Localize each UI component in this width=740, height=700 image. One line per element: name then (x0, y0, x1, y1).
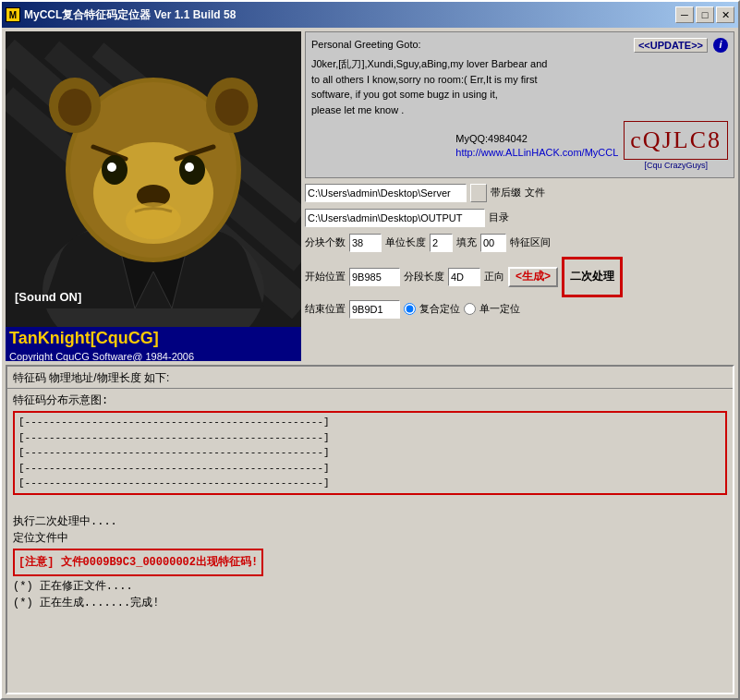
path1-row: 带后缀 文件 (305, 182, 734, 204)
output-header: 特征码 物理地址/物理长度 如下: (7, 367, 733, 389)
logo-graphic: cQJLC8 (624, 121, 728, 160)
dash-line-5: [---------------------------------------… (18, 476, 722, 491)
generate-button[interactable]: <生成> (508, 267, 558, 287)
dash-line-2: [---------------------------------------… (18, 430, 722, 446)
title-bar: M MyCCL复合特征码定位器 Ver 1.1 Build 58 ─ □ ✕ (2, 2, 738, 28)
end-pos-input[interactable] (349, 300, 400, 319)
fill-label: 填充 (456, 235, 477, 249)
bear-image: [Sound ON] (6, 31, 301, 327)
radio-composite[interactable] (404, 303, 416, 315)
update-button[interactable]: <<UPDATE>> (634, 38, 708, 53)
greeting-text: J0ker,[乱刀],Xundi,Sguy,aBing,my lover Bar… (311, 56, 728, 117)
output-section: 特征码 物理地址/物理长度 如下: 特征码分布示意图: [-----------… (6, 365, 734, 694)
controls-area: 带后缀 文件 目录 分块个数 单位长度 填充 特征区间 (305, 182, 734, 319)
main-window: M MyCCL复合特征码定位器 Ver 1.1 Build 58 ─ □ ✕ (0, 0, 740, 700)
params-row2: 开始位置 分段长度 正向 <生成> 二次处理 (305, 257, 734, 297)
greeting-line2: to all others I know,sorry no room:( Err… (311, 72, 728, 88)
segment-len-label: 分段长度 (404, 270, 444, 284)
radio-single[interactable] (464, 303, 476, 315)
unit-len-label: 单位长度 (385, 235, 426, 249)
svg-point-11 (215, 89, 249, 126)
output-line-0: 特征码分布示意图: (13, 392, 727, 409)
minimize-button[interactable]: ─ (675, 6, 694, 23)
start-pos-label: 开始位置 (305, 270, 346, 284)
block-count-input[interactable] (349, 234, 382, 252)
fill-input[interactable] (480, 234, 506, 252)
path1-input[interactable] (305, 184, 467, 202)
path2-row: 目录 (305, 207, 734, 229)
greeting-header: Personal Greeting Goto: <<UPDATE>> i (311, 38, 728, 53)
logo-sub: [Cqu CrazyGuys] (624, 160, 728, 172)
output-highlight-text: [注意] 文件0009B9C3_00000002出现特征码! (18, 556, 258, 569)
output-header-text: 特征码 物理地址/物理长度 如下: (13, 371, 169, 384)
window-icon: M (6, 7, 20, 22)
svg-text:[Sound ON]: [Sound ON] (15, 290, 81, 304)
dir-label: 目录 (489, 211, 509, 224)
info-icon[interactable]: i (713, 38, 728, 53)
myqq-text: MyQQ:4984042 http://www.ALLinHACK.com/My… (455, 132, 618, 161)
svg-point-18 (126, 202, 181, 239)
end-pos-label: 结束位置 (305, 302, 346, 316)
output-line-locating: 定位文件中 (13, 530, 727, 547)
greeting-box: Personal Greeting Goto: <<UPDATE>> i J0k… (305, 31, 734, 178)
dash-line-4: [---------------------------------------… (18, 461, 722, 477)
greeting-title: Personal Greeting Goto: (311, 38, 421, 53)
params-row3: 结束位置 复合定位 单一定位 (305, 300, 734, 319)
output-area[interactable]: 特征码分布示意图: [-----------------------------… (7, 389, 733, 693)
output-line-generating: (*) 正在生成.......完成! (13, 595, 727, 611)
left-panel: [Sound ON] TanKnight[CquCG] Copyright Cq… (6, 31, 301, 357)
path1-browse-button[interactable] (470, 184, 487, 202)
second-process-button[interactable]: 二次处理 (562, 257, 623, 297)
right-panel: Personal Greeting Goto: <<UPDATE>> i J0k… (305, 31, 734, 357)
svg-point-9 (58, 89, 91, 126)
unit-len-input[interactable] (430, 234, 453, 252)
dash-line-1: [---------------------------------------… (18, 415, 722, 430)
output-line-processing: 执行二次处理中.... (13, 513, 727, 530)
dash-line-3: [---------------------------------------… (18, 445, 722, 461)
radio1-label: 复合定位 (419, 302, 460, 316)
block-count-label: 分块个数 (305, 235, 346, 249)
direction-label: 正向 (484, 270, 504, 284)
logo-area: MyQQ:4984042 http://www.ALLinHACK.com/My… (311, 121, 728, 172)
greeting-line1: J0ker,[乱刀],Xundi,Sguy,aBing,my lover Bar… (311, 56, 728, 72)
logo-block: cQJLC8 [Cqu CrazyGuys] (624, 121, 728, 172)
segment-len-input[interactable] (448, 268, 480, 286)
output-line-fixing: (*) 正在修正文件.... (13, 578, 727, 595)
bear-copyright: Copyright CquCG Software@ 1984-2006 (6, 350, 301, 361)
start-pos-input[interactable] (349, 268, 400, 286)
output-highlight-box: [注意] 文件0009B9C3_00000002出现特征码! (13, 549, 263, 576)
title-bar-buttons: ─ □ ✕ (675, 6, 734, 23)
file-label: 文件 (525, 186, 545, 199)
feature-label: 特征区间 (510, 235, 551, 249)
svg-point-16 (185, 163, 194, 172)
params-row1: 分块个数 单位长度 填充 特征区间 (305, 232, 734, 254)
dashes-visualization: [---------------------------------------… (13, 411, 727, 495)
radio-group: 复合定位 单一定位 (404, 302, 520, 316)
maximize-button[interactable]: □ (696, 6, 714, 23)
path2-input[interactable] (305, 209, 485, 227)
greeting-line3: software, if you got some bugz in using … (311, 87, 728, 103)
close-button[interactable]: ✕ (716, 6, 734, 23)
window-title: MyCCL复合特征码定位器 Ver 1.1 Build 58 (24, 7, 675, 23)
radio2-label: 单一定位 (479, 302, 520, 316)
svg-point-15 (107, 163, 116, 172)
main-content: [Sound ON] TanKnight[CquCG] Copyright Cq… (2, 28, 738, 361)
bear-title: TanKnight[CquCG] (6, 327, 301, 350)
backend-label: 带后缀 (491, 186, 521, 199)
greeting-line4: please let me know . (311, 103, 728, 118)
